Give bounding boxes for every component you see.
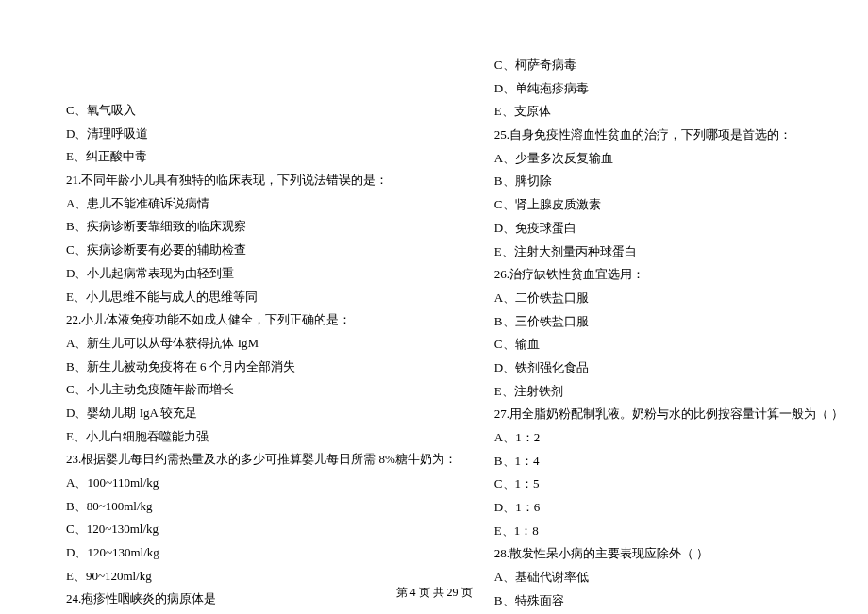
text-line: D、1：6 — [494, 499, 844, 516]
question-line: 23.根据婴儿每日约需热量及水的多少可推算婴儿每日所需 8%糖牛奶为： — [66, 451, 457, 468]
text-line: C、柯萨奇病毒 — [494, 57, 844, 74]
text-line: A、二价铁盐口服 — [494, 290, 844, 307]
text-line: E、注射铁剂 — [494, 383, 844, 400]
text-line: C、氧气吸入 — [66, 102, 457, 119]
question-line: 21.不同年龄小儿具有独特的临床表现，下列说法错误的是： — [66, 172, 457, 189]
text-line: E、注射大剂量丙种球蛋白 — [494, 243, 844, 260]
left-column: C、氧气吸入 D、清理呼吸道 E、纠正酸中毒 21.不同年龄小儿具有独特的临床表… — [66, 57, 457, 562]
text-line: B、脾切除 — [494, 173, 844, 190]
text-line: D、单纯疱疹病毒 — [494, 80, 844, 97]
question-line: 28.散发性呆小病的主要表现应除外（ ） — [494, 545, 844, 562]
text-line: B、80~100ml/kg — [66, 498, 457, 515]
text-line: E、支原体 — [494, 103, 844, 120]
question-line: 25.自身免疫性溶血性贫血的治疗，下列哪项是首选的： — [494, 126, 844, 143]
text-line: E、小儿白细胞吞噬能力强 — [66, 428, 457, 445]
text-line: A、1：2 — [494, 429, 844, 446]
text-line: D、铁剂强化食品 — [494, 359, 844, 376]
text-line: C、疾病诊断要有必要的辅助检查 — [66, 241, 457, 258]
text-line: E、小儿思维不能与成人的思维等同 — [66, 289, 457, 306]
text-line: B、疾病诊断要靠细致的临床观察 — [66, 218, 457, 235]
text-line: D、120~130ml/kg — [66, 544, 457, 561]
text-line: E、90~120ml/kg — [66, 568, 457, 585]
text-line: A、少量多次反复输血 — [494, 150, 844, 167]
text-line: C、肾上腺皮质激素 — [494, 196, 844, 213]
text-line: D、免疫球蛋白 — [494, 220, 844, 237]
text-line: A、基础代谢率低 — [494, 569, 844, 586]
page-content: C、氧气吸入 D、清理呼吸道 E、纠正酸中毒 21.不同年龄小儿具有独特的临床表… — [66, 57, 802, 562]
right-column: C、柯萨奇病毒 D、单纯疱疹病毒 E、支原体 25.自身免疫性溶血性贫血的治疗，… — [494, 57, 844, 562]
text-line: D、婴幼儿期 IgA 较充足 — [66, 405, 457, 422]
text-line: A、100~110ml/kg — [66, 474, 457, 491]
text-line: B、三价铁盐口服 — [494, 313, 844, 330]
text-line: B、1：4 — [494, 453, 844, 470]
page-footer: 第 4 页 共 29 页 — [0, 585, 868, 601]
question-line: 22.小儿体液免疫功能不如成人健全，下列正确的是： — [66, 311, 457, 328]
question-line: 27.用全脂奶粉配制乳液。奶粉与水的比例按容量计算一般为（ ） — [494, 406, 844, 423]
text-line: E、纠正酸中毒 — [66, 148, 457, 165]
text-line: C、120~130ml/kg — [66, 521, 457, 538]
text-line: D、清理呼吸道 — [66, 125, 457, 142]
text-line: C、1：5 — [494, 475, 844, 492]
text-line: D、小儿起病常表现为由轻到重 — [66, 265, 457, 282]
text-line: C、小儿主动免疫随年龄而增长 — [66, 381, 457, 398]
text-line: C、输血 — [494, 336, 844, 353]
text-line: A、新生儿可以从母体获得抗体 IgM — [66, 335, 457, 352]
question-line: 26.治疗缺铁性贫血宜选用： — [494, 266, 844, 283]
text-line: B、新生儿被动免疫将在 6 个月内全部消失 — [66, 358, 457, 375]
text-line: A、患儿不能准确诉说病情 — [66, 195, 457, 212]
text-line: E、1：8 — [494, 523, 844, 539]
